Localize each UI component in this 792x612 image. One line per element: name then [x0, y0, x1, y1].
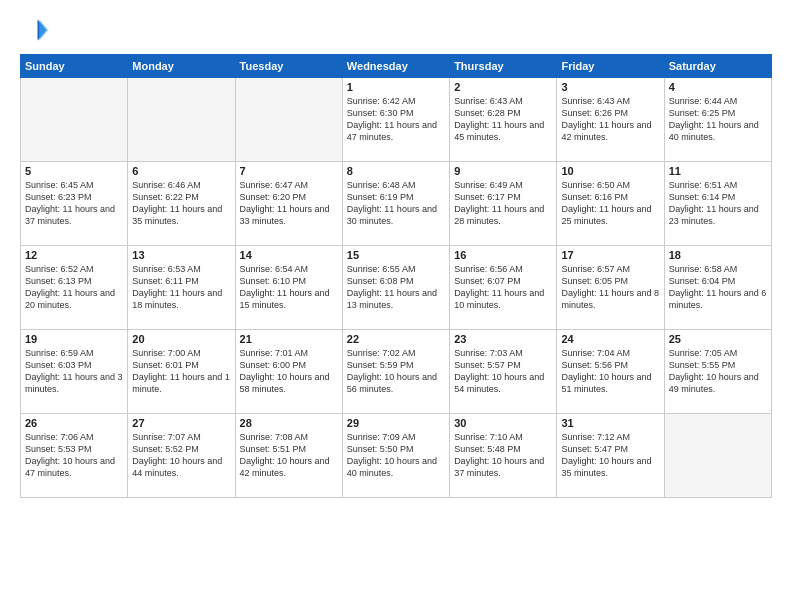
- calendar-cell: 15Sunrise: 6:55 AM Sunset: 6:08 PM Dayli…: [342, 246, 449, 330]
- day-number: 25: [669, 333, 767, 345]
- calendar-cell: 28Sunrise: 7:08 AM Sunset: 5:51 PM Dayli…: [235, 414, 342, 498]
- day-number: 9: [454, 165, 552, 177]
- calendar-cell: 27Sunrise: 7:07 AM Sunset: 5:52 PM Dayli…: [128, 414, 235, 498]
- day-number: 20: [132, 333, 230, 345]
- day-number: 15: [347, 249, 445, 261]
- logo-icon: [20, 16, 48, 44]
- cell-info: Sunrise: 6:58 AM Sunset: 6:04 PM Dayligh…: [669, 263, 767, 312]
- day-number: 2: [454, 81, 552, 93]
- cell-info: Sunrise: 6:49 AM Sunset: 6:17 PM Dayligh…: [454, 179, 552, 228]
- calendar-cell: 11Sunrise: 6:51 AM Sunset: 6:14 PM Dayli…: [664, 162, 771, 246]
- calendar-cell: [664, 414, 771, 498]
- calendar-cell: [21, 78, 128, 162]
- cell-info: Sunrise: 7:02 AM Sunset: 5:59 PM Dayligh…: [347, 347, 445, 396]
- svg-marker-1: [39, 20, 48, 41]
- cell-info: Sunrise: 7:07 AM Sunset: 5:52 PM Dayligh…: [132, 431, 230, 480]
- day-number: 3: [561, 81, 659, 93]
- cell-info: Sunrise: 7:12 AM Sunset: 5:47 PM Dayligh…: [561, 431, 659, 480]
- calendar-cell: 3Sunrise: 6:43 AM Sunset: 6:26 PM Daylig…: [557, 78, 664, 162]
- cell-info: Sunrise: 7:10 AM Sunset: 5:48 PM Dayligh…: [454, 431, 552, 480]
- cell-info: Sunrise: 7:03 AM Sunset: 5:57 PM Dayligh…: [454, 347, 552, 396]
- calendar-cell: 26Sunrise: 7:06 AM Sunset: 5:53 PM Dayli…: [21, 414, 128, 498]
- day-number: 23: [454, 333, 552, 345]
- day-number: 10: [561, 165, 659, 177]
- day-number: 29: [347, 417, 445, 429]
- cell-info: Sunrise: 7:08 AM Sunset: 5:51 PM Dayligh…: [240, 431, 338, 480]
- day-number: 12: [25, 249, 123, 261]
- day-number: 4: [669, 81, 767, 93]
- calendar-cell: 23Sunrise: 7:03 AM Sunset: 5:57 PM Dayli…: [450, 330, 557, 414]
- calendar-header-row: SundayMondayTuesdayWednesdayThursdayFrid…: [21, 55, 772, 78]
- weekday-header: Wednesday: [342, 55, 449, 78]
- cell-info: Sunrise: 7:06 AM Sunset: 5:53 PM Dayligh…: [25, 431, 123, 480]
- day-number: 22: [347, 333, 445, 345]
- calendar-cell: 19Sunrise: 6:59 AM Sunset: 6:03 PM Dayli…: [21, 330, 128, 414]
- day-number: 17: [561, 249, 659, 261]
- calendar-cell: 31Sunrise: 7:12 AM Sunset: 5:47 PM Dayli…: [557, 414, 664, 498]
- cell-info: Sunrise: 6:46 AM Sunset: 6:22 PM Dayligh…: [132, 179, 230, 228]
- page-header: [20, 16, 772, 44]
- cell-info: Sunrise: 6:54 AM Sunset: 6:10 PM Dayligh…: [240, 263, 338, 312]
- calendar-cell: 5Sunrise: 6:45 AM Sunset: 6:23 PM Daylig…: [21, 162, 128, 246]
- day-number: 5: [25, 165, 123, 177]
- cell-info: Sunrise: 6:55 AM Sunset: 6:08 PM Dayligh…: [347, 263, 445, 312]
- weekday-header: Friday: [557, 55, 664, 78]
- weekday-header: Sunday: [21, 55, 128, 78]
- day-number: 16: [454, 249, 552, 261]
- weekday-header: Monday: [128, 55, 235, 78]
- day-number: 21: [240, 333, 338, 345]
- day-number: 8: [347, 165, 445, 177]
- weekday-header: Tuesday: [235, 55, 342, 78]
- logo: [20, 16, 52, 44]
- calendar-cell: 18Sunrise: 6:58 AM Sunset: 6:04 PM Dayli…: [664, 246, 771, 330]
- day-number: 18: [669, 249, 767, 261]
- calendar-cell: 16Sunrise: 6:56 AM Sunset: 6:07 PM Dayli…: [450, 246, 557, 330]
- calendar-cell: 24Sunrise: 7:04 AM Sunset: 5:56 PM Dayli…: [557, 330, 664, 414]
- cell-info: Sunrise: 7:04 AM Sunset: 5:56 PM Dayligh…: [561, 347, 659, 396]
- day-number: 7: [240, 165, 338, 177]
- calendar-cell: 13Sunrise: 6:53 AM Sunset: 6:11 PM Dayli…: [128, 246, 235, 330]
- cell-info: Sunrise: 6:43 AM Sunset: 6:28 PM Dayligh…: [454, 95, 552, 144]
- cell-info: Sunrise: 7:00 AM Sunset: 6:01 PM Dayligh…: [132, 347, 230, 396]
- cell-info: Sunrise: 6:57 AM Sunset: 6:05 PM Dayligh…: [561, 263, 659, 312]
- day-number: 11: [669, 165, 767, 177]
- calendar-cell: 29Sunrise: 7:09 AM Sunset: 5:50 PM Dayli…: [342, 414, 449, 498]
- calendar-cell: 20Sunrise: 7:00 AM Sunset: 6:01 PM Dayli…: [128, 330, 235, 414]
- calendar-table: SundayMondayTuesdayWednesdayThursdayFrid…: [20, 54, 772, 498]
- cell-info: Sunrise: 6:52 AM Sunset: 6:13 PM Dayligh…: [25, 263, 123, 312]
- cell-info: Sunrise: 6:59 AM Sunset: 6:03 PM Dayligh…: [25, 347, 123, 396]
- cell-info: Sunrise: 6:53 AM Sunset: 6:11 PM Dayligh…: [132, 263, 230, 312]
- weekday-header: Thursday: [450, 55, 557, 78]
- calendar-week-row: 5Sunrise: 6:45 AM Sunset: 6:23 PM Daylig…: [21, 162, 772, 246]
- calendar-cell: 17Sunrise: 6:57 AM Sunset: 6:05 PM Dayli…: [557, 246, 664, 330]
- calendar-cell: 6Sunrise: 6:46 AM Sunset: 6:22 PM Daylig…: [128, 162, 235, 246]
- day-number: 28: [240, 417, 338, 429]
- cell-info: Sunrise: 6:56 AM Sunset: 6:07 PM Dayligh…: [454, 263, 552, 312]
- calendar-cell: [128, 78, 235, 162]
- calendar-cell: 30Sunrise: 7:10 AM Sunset: 5:48 PM Dayli…: [450, 414, 557, 498]
- day-number: 27: [132, 417, 230, 429]
- calendar-cell: 10Sunrise: 6:50 AM Sunset: 6:16 PM Dayli…: [557, 162, 664, 246]
- cell-info: Sunrise: 7:09 AM Sunset: 5:50 PM Dayligh…: [347, 431, 445, 480]
- day-number: 6: [132, 165, 230, 177]
- calendar-cell: 4Sunrise: 6:44 AM Sunset: 6:25 PM Daylig…: [664, 78, 771, 162]
- day-number: 31: [561, 417, 659, 429]
- calendar-week-row: 1Sunrise: 6:42 AM Sunset: 6:30 PM Daylig…: [21, 78, 772, 162]
- calendar-cell: 14Sunrise: 6:54 AM Sunset: 6:10 PM Dayli…: [235, 246, 342, 330]
- day-number: 30: [454, 417, 552, 429]
- cell-info: Sunrise: 6:42 AM Sunset: 6:30 PM Dayligh…: [347, 95, 445, 144]
- cell-info: Sunrise: 6:48 AM Sunset: 6:19 PM Dayligh…: [347, 179, 445, 228]
- calendar-cell: 9Sunrise: 6:49 AM Sunset: 6:17 PM Daylig…: [450, 162, 557, 246]
- cell-info: Sunrise: 7:01 AM Sunset: 6:00 PM Dayligh…: [240, 347, 338, 396]
- calendar-week-row: 26Sunrise: 7:06 AM Sunset: 5:53 PM Dayli…: [21, 414, 772, 498]
- calendar-cell: 25Sunrise: 7:05 AM Sunset: 5:55 PM Dayli…: [664, 330, 771, 414]
- day-number: 14: [240, 249, 338, 261]
- day-number: 26: [25, 417, 123, 429]
- calendar-cell: 21Sunrise: 7:01 AM Sunset: 6:00 PM Dayli…: [235, 330, 342, 414]
- calendar-cell: 8Sunrise: 6:48 AM Sunset: 6:19 PM Daylig…: [342, 162, 449, 246]
- cell-info: Sunrise: 6:43 AM Sunset: 6:26 PM Dayligh…: [561, 95, 659, 144]
- calendar-cell: 1Sunrise: 6:42 AM Sunset: 6:30 PM Daylig…: [342, 78, 449, 162]
- day-number: 1: [347, 81, 445, 93]
- cell-info: Sunrise: 6:51 AM Sunset: 6:14 PM Dayligh…: [669, 179, 767, 228]
- cell-info: Sunrise: 6:44 AM Sunset: 6:25 PM Dayligh…: [669, 95, 767, 144]
